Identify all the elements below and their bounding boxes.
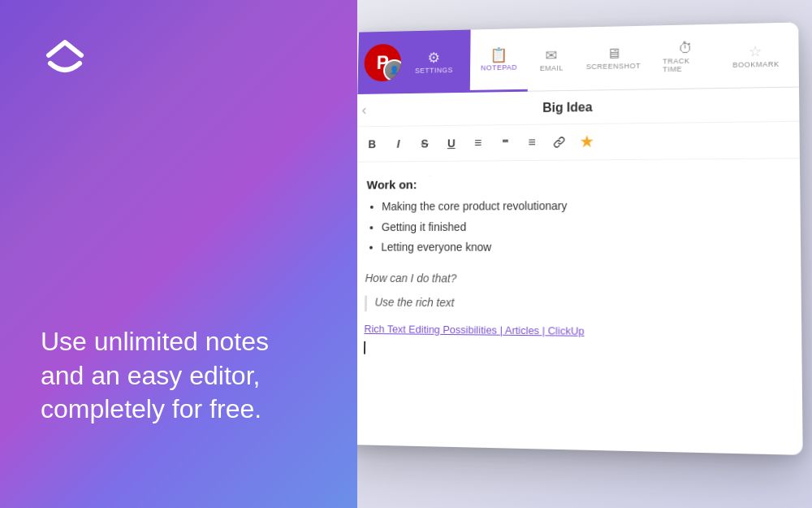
tab-bookmark[interactable]: ☆ BOOKMARK <box>721 23 790 89</box>
tab-settings[interactable]: ⚙ SETTINGS <box>404 29 464 93</box>
text-cursor <box>364 341 365 354</box>
bold-button[interactable]: B <box>361 133 383 155</box>
logo <box>41 33 89 85</box>
link-button[interactable] <box>548 131 571 154</box>
star-icon: ☆ <box>749 42 762 60</box>
unordered-list-button[interactable]: ⁼ <box>494 132 516 154</box>
left-panel: Use unlimited notesand an easy editor,co… <box>0 0 357 508</box>
rich-text-toolbar: B I S U ≡ ⁼ ≡ ★ <box>357 122 800 163</box>
notepad-icon: 📋 <box>490 46 508 64</box>
blockquote-text: Use the rich text <box>374 295 454 309</box>
notepad-label: NOTEPAD <box>481 63 517 72</box>
content-area: Work on: Making the core product revolut… <box>357 158 802 410</box>
back-button[interactable]: ‹ <box>362 102 367 118</box>
blockquote-bar <box>365 295 367 311</box>
toolbar: P 👤 ⚙ SETTINGS 📋 NOTEPAD ✉ EMAIL <box>357 23 799 95</box>
blockquote: Use the rich text <box>365 295 781 315</box>
tab-email[interactable]: ✉ EMAIL <box>528 27 576 91</box>
settings-label: SETTINGS <box>415 66 453 74</box>
tab-screenshot[interactable]: 🖥 SCREENSHOT <box>576 25 651 90</box>
strikethrough-button[interactable]: S <box>413 132 435 154</box>
bookmark-label: BOOKMARK <box>732 59 780 68</box>
italic-question: How can I do that? <box>365 271 780 286</box>
list-item: Letting everyone know <box>381 240 780 256</box>
gear-icon: ⚙ <box>428 49 441 66</box>
nav-bar: ‹ Big Idea <box>357 88 799 128</box>
tab-tracktime[interactable]: ⏱ TRACK TIME <box>651 24 722 89</box>
indent-button[interactable]: ≡ <box>520 131 543 154</box>
page-title: Big Idea <box>374 97 786 117</box>
list-item: Getting it finished <box>382 219 780 235</box>
ordered-list-button[interactable]: ≡ <box>467 132 489 154</box>
avatar[interactable]: P 👤 <box>364 43 401 81</box>
app-window: P 👤 ⚙ SETTINGS 📋 NOTEPAD ✉ EMAIL <box>357 23 803 455</box>
email-label: EMAIL <box>540 63 564 72</box>
clock-icon: ⏱ <box>679 40 694 57</box>
article-link[interactable]: Rich Text Editing Possibilities | Articl… <box>364 323 781 339</box>
tab-notepad[interactable]: 📋 NOTEPAD <box>470 28 529 92</box>
favorite-button[interactable]: ★ <box>575 131 598 154</box>
avatar-photo: 👤 <box>383 59 402 80</box>
section-title: Work on: <box>366 176 780 192</box>
underline-button[interactable]: U <box>440 132 462 155</box>
italic-button[interactable]: I <box>387 132 409 154</box>
list-item: Making the core product revolutionary <box>382 198 780 215</box>
tagline: Use unlimited notesand an easy editor,co… <box>41 325 317 427</box>
tracktime-label: TRACK TIME <box>663 56 710 73</box>
bullet-list: Making the core product revolutionary Ge… <box>365 198 780 256</box>
toolbar-purple-section: P 👤 ⚙ SETTINGS <box>357 29 470 93</box>
right-panel: P 👤 ⚙ SETTINGS 📋 NOTEPAD ✉ EMAIL <box>357 0 812 508</box>
monitor-icon: 🖥 <box>606 46 620 63</box>
email-icon: ✉ <box>546 46 558 64</box>
screenshot-label: SCREENSHOT <box>586 62 641 71</box>
